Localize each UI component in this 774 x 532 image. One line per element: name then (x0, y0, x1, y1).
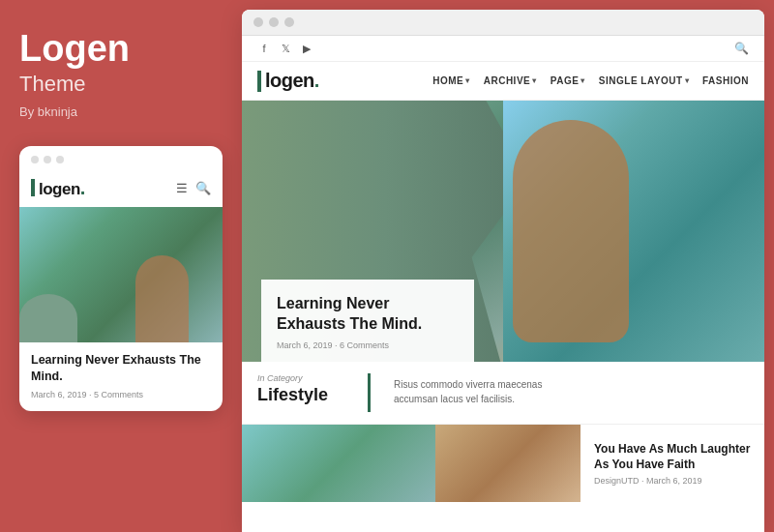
nav-home[interactable]: HOME ▾ (432, 75, 470, 86)
window-dot-3 (56, 156, 64, 163)
nav-home-label: HOME (432, 75, 463, 86)
nav-fashion-label: FASHION (702, 75, 749, 86)
hero-figure (513, 120, 629, 342)
mobile-hero-image (19, 207, 223, 342)
window-dot-1 (31, 156, 39, 163)
category-divider (368, 373, 371, 412)
category-description: Risus commodo viverra maecenas accumsan … (394, 377, 587, 412)
site-topbar: f 𝕏 ▶ 🔍 (242, 36, 764, 62)
nav-fashion[interactable]: FASHION (702, 75, 749, 86)
site-logo[interactable]: logen. (257, 70, 319, 92)
site-menu: HOME ▾ ARCHIVE ▾ PAGE ▾ SINGLE LAYOUT ▾ … (432, 75, 749, 86)
below-hero-section: In Category Lifestyle Risus commodo vive… (242, 362, 764, 425)
logo-dot: . (80, 177, 85, 198)
site-logo-accent (257, 71, 261, 92)
nav-page-label: PAGE (551, 75, 580, 86)
site-nav: logen. HOME ▾ ARCHIVE ▾ PAGE ▾ SINGLE LA… (242, 62, 764, 101)
bottom-row: You Have As Much Laughter As You Have Fa… (242, 425, 764, 502)
image-figure (135, 255, 189, 342)
author-label: By bkninja (19, 104, 77, 119)
bottom-article-title: You Have As Much Laughter As You Have Fa… (594, 441, 751, 472)
mobile-logo-text: logen. (39, 177, 85, 199)
nav-page-arrow: ▾ (580, 76, 585, 85)
mobile-card-header (19, 146, 223, 173)
nav-archive[interactable]: ARCHIVE ▾ (484, 75, 537, 86)
logo-accent-bar (31, 179, 35, 196)
nav-home-arrow: ▾ (465, 76, 470, 85)
bottom-image-2 (435, 425, 580, 502)
hero-section: Learning Never Exhausts The Mind. March … (242, 101, 764, 362)
category-section: In Category Lifestyle (257, 373, 344, 412)
mobile-logo: logen. (31, 177, 85, 199)
image-rocks (19, 294, 77, 342)
mobile-post-title: Learning Never Exhausts The Mind. (31, 352, 211, 386)
bottom-image-1 (242, 425, 435, 502)
search-icon[interactable]: 🔍 (195, 181, 211, 195)
mobile-post-meta: March 6, 2019 · 5 Comments (31, 390, 211, 399)
browser-dot-red (253, 17, 263, 27)
browser-dot-yellow (269, 17, 279, 27)
window-dot-2 (44, 156, 51, 163)
nav-page[interactable]: PAGE ▾ (551, 75, 585, 86)
hero-post-title: Learning Never Exhausts The Mind. (277, 293, 459, 335)
nav-single-arrow: ▾ (685, 76, 690, 85)
left-panel: Logen Theme By bkninja logen. ☰ 🔍 Learni… (0, 0, 242, 532)
browser-dot-green (284, 17, 294, 27)
bottom-article-meta: DesignUTD · March 6, 2019 (594, 476, 751, 486)
nav-single-layout[interactable]: SINGLE LAYOUT ▾ (599, 75, 689, 86)
facebook-icon[interactable]: f (257, 42, 271, 55)
site-search-icon[interactable]: 🔍 (734, 42, 749, 55)
mobile-logo-bar: logen. ☰ 🔍 (19, 173, 223, 207)
brand-subtitle: Theme (19, 72, 130, 97)
category-label: In Category (257, 373, 344, 383)
hero-post-meta: March 6, 2019 · 6 Comments (277, 340, 459, 350)
mobile-card-content: Learning Never Exhausts The Mind. March … (19, 342, 223, 411)
hero-overlay-card[interactable]: Learning Never Exhausts The Mind. March … (261, 280, 474, 362)
nav-archive-arrow: ▾ (532, 76, 537, 85)
nav-single-label: SINGLE LAYOUT (599, 75, 683, 86)
nav-archive-label: ARCHIVE (484, 75, 531, 86)
site-logo-text: logen. (265, 70, 319, 92)
bottom-article[interactable]: You Have As Much Laughter As You Have Fa… (580, 425, 764, 502)
hamburger-icon[interactable]: ☰ (176, 181, 188, 195)
browser-content: f 𝕏 ▶ 🔍 logen. HOME ▾ ARCHIVE ▾ PAGE ▾ S… (242, 36, 764, 532)
logo-period: . (314, 70, 319, 91)
social-icons: f 𝕏 ▶ (257, 42, 313, 55)
brand-title: Logen Theme (19, 29, 130, 97)
brand-name: Logen (19, 29, 130, 70)
category-title[interactable]: Lifestyle (257, 385, 344, 405)
logo-name: logen (265, 70, 314, 91)
mobile-nav-icons[interactable]: ☰ 🔍 (176, 181, 211, 195)
browser-window: f 𝕏 ▶ 🔍 logen. HOME ▾ ARCHIVE ▾ PAGE ▾ S… (242, 10, 764, 532)
mobile-preview-card: logen. ☰ 🔍 Learning Never Exhausts The M… (19, 146, 223, 411)
browser-chrome (242, 10, 764, 36)
twitter-icon[interactable]: 𝕏 (279, 42, 292, 55)
youtube-icon[interactable]: ▶ (300, 42, 313, 55)
